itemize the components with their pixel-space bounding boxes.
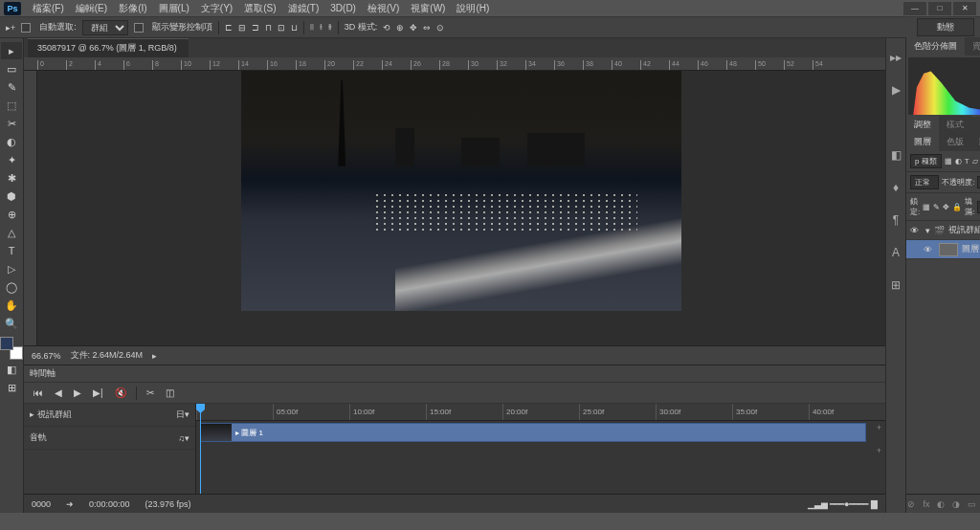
- lock-all-icon[interactable]: 🔒: [952, 203, 962, 211]
- history-panel-icon[interactable]: ▸▸: [886, 48, 905, 67]
- visibility-toggle-icon[interactable]: 👁: [924, 245, 935, 254]
- adjustments-tab[interactable]: 調整: [906, 116, 939, 134]
- blend-mode-dropdown[interactable]: 正常: [910, 175, 939, 189]
- info-arrow-icon[interactable]: ▸: [152, 351, 157, 361]
- visibility-toggle-icon[interactable]: 👁: [910, 226, 922, 235]
- track-options-icon[interactable]: ♫▾: [178, 433, 189, 443]
- layer-filter-kind[interactable]: p 種類: [910, 154, 942, 168]
- maximize-button[interactable]: □: [928, 2, 951, 15]
- menu-window[interactable]: 視窗(W): [405, 2, 451, 15]
- quick-mask-icon[interactable]: ◧: [1, 361, 22, 378]
- menu-help[interactable]: 說明(H): [451, 2, 495, 15]
- 3d-pan-icon[interactable]: ✥: [410, 23, 417, 33]
- zoom-tool[interactable]: 🔍: [1, 315, 22, 332]
- info-tab[interactable]: 資訊: [965, 37, 980, 55]
- gradient-tool[interactable]: ⊕: [1, 206, 22, 223]
- layer-mask-icon[interactable]: ◐: [937, 499, 945, 509]
- paragraph-panel-icon[interactable]: ¶: [886, 210, 905, 230]
- timeline-track-area[interactable]: 05:00f10:00f15:00f20:00f25:00f30:00f35:0…: [196, 404, 885, 494]
- distribute-icon[interactable]: ⫲: [320, 22, 323, 33]
- distribute-icon[interactable]: ⫵: [328, 22, 332, 33]
- align-left-icon[interactable]: ⊏: [225, 23, 233, 33]
- align-center-icon[interactable]: ⊟: [238, 23, 246, 33]
- timeline-zoom-slider[interactable]: ▁▃▅ ━━━●━━━━ ▇: [808, 499, 878, 509]
- link-layers-icon[interactable]: ⊘: [907, 499, 915, 509]
- menu-view[interactable]: 檢視(V): [362, 2, 405, 15]
- auto-select-dropdown[interactable]: 群組: [82, 20, 128, 35]
- expand-arrow-icon[interactable]: ▾: [925, 226, 930, 235]
- add-audio-button[interactable]: +: [877, 446, 881, 455]
- filter-pixel-icon[interactable]: ▦: [945, 157, 952, 166]
- stamp-tool[interactable]: ⬢: [1, 188, 22, 205]
- auto-select-checkbox[interactable]: [21, 23, 31, 33]
- prev-frame-button[interactable]: ◀: [53, 387, 64, 398]
- menu-layer[interactable]: 圖層(L): [153, 2, 195, 15]
- align-top-icon[interactable]: ⊓: [265, 23, 272, 33]
- move-tool[interactable]: ▸: [1, 42, 22, 59]
- character-panel-icon[interactable]: A: [886, 243, 905, 262]
- playhead[interactable]: [200, 404, 201, 494]
- document-tab[interactable]: 35087917 @ 66.7% (圖層 1, RGB/8): [28, 38, 189, 57]
- menu-edit[interactable]: 編輯(E): [70, 2, 113, 15]
- healing-tool[interactable]: ✦: [1, 151, 22, 168]
- filter-type-icon[interactable]: T: [965, 157, 969, 166]
- mute-button[interactable]: 🔇: [113, 387, 128, 398]
- paths-tab[interactable]: 路徑: [971, 133, 980, 151]
- show-transform-checkbox[interactable]: [134, 23, 144, 33]
- lock-transparency-icon[interactable]: ▦: [923, 203, 930, 211]
- menu-select[interactable]: 選取(S): [238, 2, 281, 15]
- 3d-roll-icon[interactable]: ⊕: [396, 23, 404, 33]
- align-right-icon[interactable]: ⊐: [252, 23, 259, 33]
- crop-tool[interactable]: ✂: [1, 115, 22, 132]
- pen-tool[interactable]: △: [1, 224, 22, 241]
- 3d-slide-icon[interactable]: ⇔: [423, 23, 431, 33]
- lock-position-icon[interactable]: ✥: [943, 203, 949, 211]
- next-frame-button[interactable]: ▶|: [91, 387, 105, 398]
- split-clip-button[interactable]: ✂: [145, 387, 156, 398]
- menu-filter[interactable]: 濾鏡(T): [282, 2, 325, 15]
- color-swatches[interactable]: [0, 337, 23, 360]
- distribute-icon[interactable]: ⫴: [310, 22, 314, 33]
- track-options-icon[interactable]: 日▾: [176, 409, 189, 421]
- histogram-tab[interactable]: 色階分佈圖: [906, 37, 965, 55]
- channels-tab[interactable]: 色版: [939, 133, 971, 151]
- hand-tool[interactable]: ✋: [1, 297, 22, 314]
- lasso-tool[interactable]: ✎: [1, 78, 22, 96]
- render-icon[interactable]: ➜: [66, 499, 74, 509]
- filter-shape-icon[interactable]: ▱: [972, 157, 978, 166]
- layer-thumbnail[interactable]: [939, 243, 958, 256]
- close-button[interactable]: ✕: [953, 2, 976, 15]
- zoom-level[interactable]: 66.67%: [32, 351, 61, 361]
- styles-tab[interactable]: 樣式: [939, 116, 971, 134]
- eyedropper-tool[interactable]: ◐: [1, 133, 22, 150]
- play-button[interactable]: ▶: [72, 387, 83, 398]
- foreground-color[interactable]: [0, 337, 13, 350]
- align-middle-icon[interactable]: ⊡: [278, 23, 285, 33]
- color-panel-icon[interactable]: ♦: [886, 178, 905, 197]
- transition-button[interactable]: ◫: [164, 387, 176, 398]
- layers-tab[interactable]: 圖層: [906, 133, 939, 151]
- file-info[interactable]: 文件: 2.64M/2.64M: [71, 349, 144, 362]
- audio-track-header[interactable]: 音軌 ♫▾: [24, 427, 195, 450]
- canvas[interactable]: [37, 71, 885, 345]
- timeline-tab[interactable]: 時間軸: [30, 367, 56, 380]
- lock-pixels-icon[interactable]: ✎: [933, 203, 940, 211]
- path-select-tool[interactable]: ▷: [1, 260, 22, 277]
- swatches-panel-icon[interactable]: ⊞: [886, 276, 905, 295]
- play-panel-icon[interactable]: ▶: [886, 80, 905, 99]
- adjustment-layer-icon[interactable]: ◑: [952, 499, 960, 509]
- video-group-track-header[interactable]: ▸ 視訊群組 日▾: [24, 404, 195, 427]
- layer-group-row[interactable]: 👁 ▾ 🎬 視訊群組 1: [906, 221, 980, 240]
- align-bottom-icon[interactable]: ⊔: [291, 23, 298, 33]
- marquee-tool[interactable]: ▭: [1, 60, 22, 77]
- filter-adjust-icon[interactable]: ◐: [955, 157, 962, 166]
- 3d-orbit-icon[interactable]: ⟲: [383, 23, 390, 33]
- menu-type[interactable]: 文字(Y): [195, 2, 238, 15]
- menu-file[interactable]: 檔案(F): [27, 2, 70, 15]
- properties-panel-icon[interactable]: ◧: [886, 145, 905, 165]
- menu-3d[interactable]: 3D(D): [324, 3, 362, 13]
- 3d-zoom-icon[interactable]: ⊙: [436, 23, 444, 33]
- new-group-icon[interactable]: ▭: [968, 499, 976, 509]
- goto-first-frame-button[interactable]: ⏮: [32, 387, 45, 398]
- quick-select-tool[interactable]: ⬚: [1, 97, 22, 114]
